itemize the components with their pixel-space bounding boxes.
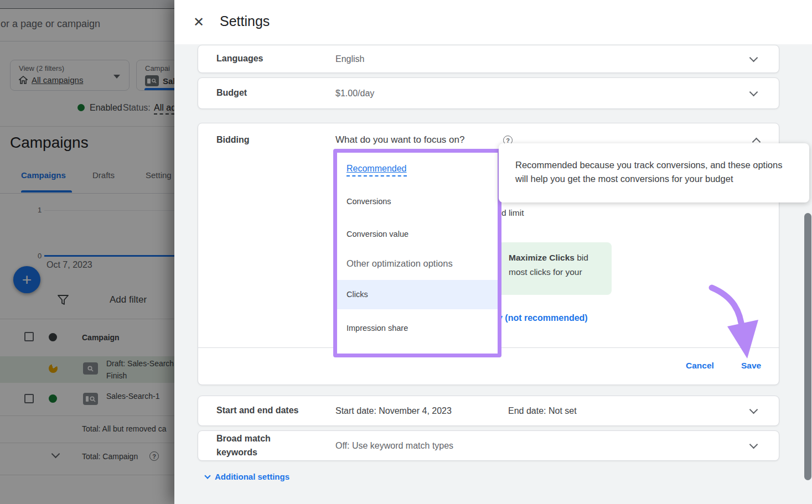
screen: or a page or campaign View (2 filters) A… [0,0,812,504]
dropdown-option-clicks[interactable]: Clicks [346,290,368,299]
chevron-down-icon[interactable] [749,87,758,96]
bidding-question: What do you want to focus on? [335,134,464,146]
start-date-value: Start date: November 4, 2023 [335,406,508,416]
dates-card[interactable]: Start and end dates Start date: November… [198,396,779,426]
chevron-down-icon[interactable] [749,405,758,414]
settings-panel-title: Settings [220,13,270,29]
budget-value: $1.00/day [335,89,374,98]
chevron-down-icon[interactable] [749,440,758,449]
close-icon[interactable]: ✕ [190,13,208,31]
maximize-clicks-bold: Maximize Clicks [509,253,575,262]
not-recommended-link[interactable]: y (not recommended) [498,313,588,323]
budget-card[interactable]: Budget $1.00/day [198,77,779,109]
recommended-tooltip: Recommended because you track conversion… [499,143,809,202]
maximize-clicks-line2: most clicks for your [509,265,612,279]
languages-value: English [335,54,364,64]
maximize-clicks-rest: bid [575,253,588,262]
settings-panel: ✕ Settings Languages English Budget $1.0… [174,0,812,504]
dropdown-option-impression-share[interactable]: Impression share [346,324,408,332]
broad-match-card[interactable]: Broad match keywords Off: Use keyword ma… [198,430,779,461]
languages-label: Languages [198,52,335,66]
dates-label: Start and end dates [198,404,335,418]
bidding-label: Bidding [216,135,250,145]
chevron-down-icon [204,472,210,479]
dropdown-option-conversions[interactable]: Conversions [346,197,391,206]
budget-label: Budget [198,86,335,100]
languages-card[interactable]: Languages English [198,45,779,73]
broad-match-value: Off: Use keyword match types [335,441,453,451]
additional-settings-link[interactable]: Additional settings [205,472,289,481]
recommended-tooltip-text: Recommended because you track conversion… [515,158,792,186]
chevron-down-icon[interactable] [749,53,758,62]
broad-match-label: Broad match keywords [198,432,335,460]
dropdown-option-recommended[interactable]: Recommended [346,164,407,176]
bidding-focus-dropdown: Recommended Conversions Conversion value… [333,149,501,357]
additional-settings-label: Additional settings [215,472,289,481]
bidding-card: Bidding What do you want to focus on? ? … [198,123,779,385]
bid-limit-partial-text: d limit [501,208,524,218]
settings-panel-header: ✕ Settings [174,0,812,44]
end-date-value: End date: Not set [508,406,577,416]
maximize-clicks-note: Maximize Clicks bid most clicks for your [488,242,612,295]
dropdown-option-conversion-value[interactable]: Conversion value [346,230,408,238]
dropdown-group-other-options: Other optimization options [346,258,453,269]
annotation-arrow-icon [704,282,762,364]
scrollbar-thumb[interactable] [804,213,811,480]
